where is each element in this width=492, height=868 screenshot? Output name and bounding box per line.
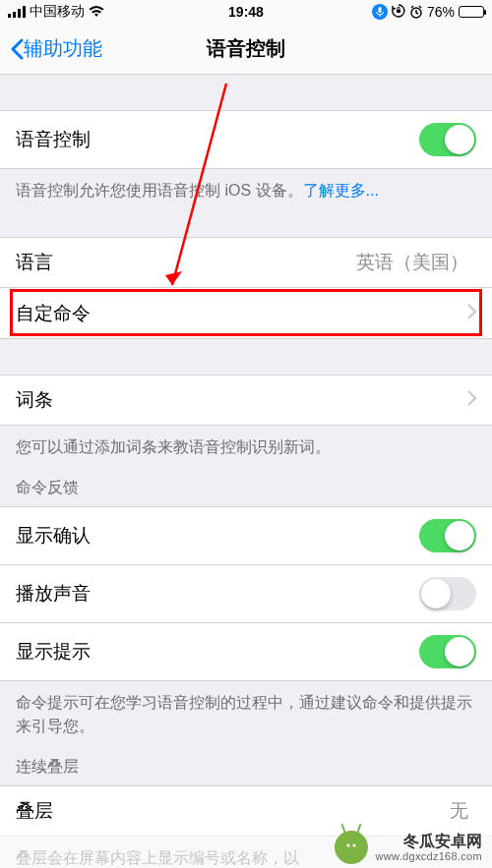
chevron-right-icon [467, 389, 476, 411]
watermark-name: 冬瓜安卓网 [376, 833, 482, 850]
voice-control-label: 语音控制 [16, 127, 419, 152]
voice-control-row[interactable]: 语音控制 [0, 110, 492, 169]
svg-rect-7 [397, 9, 400, 13]
vocabulary-label: 词条 [16, 387, 467, 413]
status-bar: 中国移动 19:48 76% [0, 0, 492, 24]
svg-point-12 [352, 843, 355, 846]
show-hints-row[interactable]: 显示提示 [0, 623, 492, 681]
alarm-icon [409, 5, 423, 19]
language-row[interactable]: 语言 英语（美国） [0, 237, 492, 288]
svg-point-11 [346, 843, 349, 846]
voice-control-footer: 语音控制允许您使用语音控制 iOS 设备。了解更多... [0, 169, 492, 202]
back-button[interactable]: 辅助功能 [10, 35, 102, 62]
show-confirm-label: 显示确认 [16, 523, 419, 549]
vocabulary-footer: 您可以通过添加词条来教语音控制识别新词。 [0, 426, 492, 458]
vocabulary-row[interactable]: 词条 [0, 375, 492, 426]
overlay-header: 连续叠层 [0, 737, 492, 785]
feedback-header: 命令反馈 [0, 458, 492, 506]
learn-more-link[interactable]: 了解更多... [303, 182, 379, 199]
voice-control-toggle[interactable] [419, 123, 476, 156]
show-confirm-toggle[interactable] [419, 519, 476, 552]
language-value: 英语（美国） [356, 250, 468, 275]
show-hints-toggle[interactable] [419, 635, 476, 668]
battery-icon [459, 6, 484, 18]
custom-commands-row[interactable]: 自定命令 [0, 288, 492, 339]
wifi-icon [89, 6, 104, 18]
play-sound-label: 播放声音 [16, 581, 419, 607]
svg-rect-2 [18, 9, 21, 18]
chevron-right-icon [467, 303, 476, 324]
custom-commands-label: 自定命令 [16, 301, 467, 326]
watermark: 冬瓜安卓网 www.dgxcdz168.com [0, 827, 492, 868]
language-label: 语言 [16, 250, 356, 275]
svg-rect-3 [23, 6, 26, 18]
svg-rect-5 [378, 7, 381, 13]
play-sound-row[interactable]: 播放声音 [0, 565, 492, 623]
chevron-left-icon [10, 38, 24, 60]
play-sound-toggle[interactable] [419, 577, 476, 610]
watermark-url: www.dgxcdz168.com [376, 850, 482, 862]
svg-rect-0 [8, 14, 11, 18]
signal-icon [8, 6, 26, 18]
show-confirm-row[interactable]: 显示确认 [0, 506, 492, 565]
battery-percent: 76% [427, 4, 455, 20]
svg-rect-1 [13, 12, 16, 18]
back-label: 辅助功能 [24, 35, 102, 62]
nav-bar: 辅助功能 语音控制 [0, 24, 492, 75]
carrier-label: 中国移动 [30, 3, 85, 21]
show-hints-label: 显示提示 [16, 639, 419, 665]
watermark-logo-icon [335, 831, 368, 864]
orientation-lock-icon [392, 4, 405, 21]
overlay-value: 无 [450, 798, 468, 824]
feedback-footer: 命令提示可在您学习语音控制的过程中，通过建议命令和提供提示来引导您。 [0, 681, 492, 736]
overlay-label: 叠层 [16, 798, 450, 824]
mic-badge-icon [372, 4, 388, 20]
status-time: 19:48 [166, 4, 325, 20]
svg-rect-6 [379, 15, 380, 17]
